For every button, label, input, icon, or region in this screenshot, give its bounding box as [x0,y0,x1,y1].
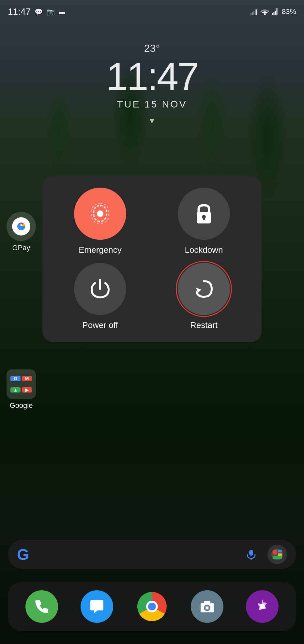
phone-app[interactable] [25,590,58,623]
chrome-icon [137,592,167,621]
svg-rect-11 [273,550,277,554]
temperature: 23° [144,42,160,54]
restart-button[interactable] [178,263,230,315]
status-bar: 11:47 💬 📷 ▬ 83% [0,0,304,23]
emergency-menu-item[interactable]: Emergency [52,188,149,255]
instagram-icon: 📷 [47,8,55,16]
svg-rect-13 [278,553,282,556]
status-left: 11:47 💬 📷 ▬ [8,7,65,17]
power-menu: Emergency Lockdown Power off [42,176,262,342]
emergency-label: Emergency [79,245,122,255]
emergency-button[interactable] [74,188,126,240]
status-right: 83% [251,7,296,16]
battery-text: 83% [282,7,296,16]
chrome-inner [146,601,158,612]
settings-app[interactable] [246,590,279,623]
restart-menu-item[interactable]: Restart [155,263,252,330]
search-bar[interactable]: Goog [8,540,296,569]
svg-rect-6 [203,217,205,220]
messages-app[interactable] [81,590,113,623]
gpay-app[interactable]: G GPay [7,212,36,252]
clock-date: TUE 15 NOV [117,99,187,110]
dock [8,582,296,631]
google-folder-icon[interactable]: G M ▲ ▶ [7,369,36,399]
google-logo: Goog [17,546,29,564]
lockdown-button[interactable] [178,188,230,240]
gpay-label: GPay [12,244,30,252]
desktop-icons: G GPay G M ▲ ▶ Google [7,212,36,410]
svg-rect-2 [21,226,25,227]
search-action-icons [241,545,287,564]
gpay-icon[interactable]: G [7,212,36,241]
poweroff-button[interactable] [74,263,126,315]
clock-time: 11:47 [106,57,198,96]
mic-icon[interactable] [241,545,261,564]
google-folder-app[interactable]: G M ▲ ▶ Google [7,369,36,410]
svg-rect-12 [278,550,282,552]
poweroff-label: Power off [82,320,118,330]
svg-point-3 [97,210,103,217]
google-folder-label: Google [10,401,33,410]
restart-label: Restart [190,320,218,330]
svg-rect-8 [249,550,253,556]
lockdown-menu-item[interactable]: Lockdown [155,188,252,255]
svg-rect-15 [204,601,210,604]
lockdown-label: Lockdown [185,245,223,255]
svg-point-18 [206,607,208,609]
lens-icon[interactable] [267,545,287,564]
signal-icon [251,8,258,15]
clock-widget: 23° 11:47 TUE 15 NOV ▼ [0,42,304,125]
status-time: 11:47 [8,7,31,17]
chrome-app[interactable] [136,590,168,623]
camera-app[interactable] [191,590,223,623]
signal-bars-icon [272,8,279,15]
poweroff-menu-item[interactable]: Power off [52,263,149,330]
svg-rect-14 [273,556,282,559]
whatsapp-icon: 💬 [35,8,43,16]
wifi-icon [260,8,269,15]
menu-icon: ▬ [59,8,65,16]
scroll-arrow: ▼ [148,116,156,125]
